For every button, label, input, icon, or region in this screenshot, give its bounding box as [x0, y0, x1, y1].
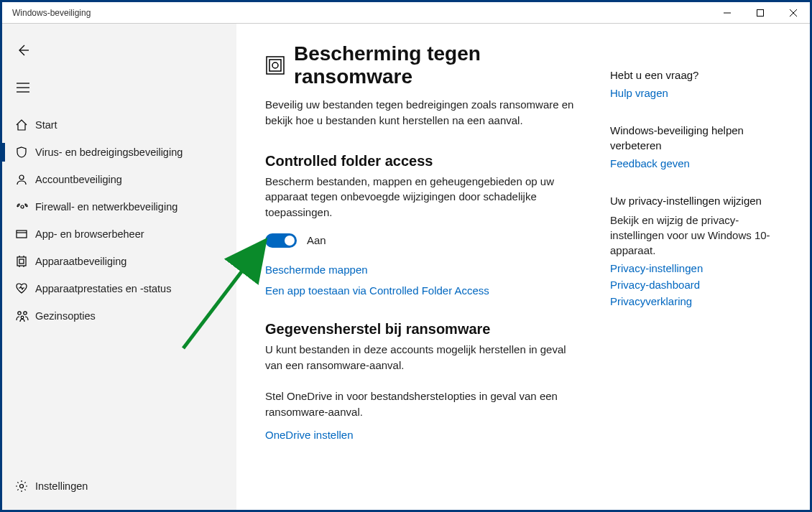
svg-rect-10 — [17, 231, 27, 238]
nav-label: Gezinsopties — [35, 310, 96, 322]
nav-item-virus[interactable]: Virus- en bedreigingsbeveiliging — [2, 139, 236, 166]
nav-item-settings[interactable]: Instellingen — [2, 473, 236, 500]
page-intro: Beveilig uw bestanden tegen bedreigingen… — [265, 97, 581, 129]
page-title: Bescherming tegen ransomware — [294, 42, 581, 88]
svg-point-19 — [24, 312, 27, 315]
link-privacy-statement[interactable]: Privacyverklaring — [610, 295, 790, 307]
recovery-heading: Gegevensherstel bij ransomware — [265, 321, 581, 338]
onedrive-hint: Stel OneDrive in voor bestandshersteIopt… — [265, 388, 581, 420]
svg-rect-13 — [19, 259, 24, 264]
nav-item-start[interactable]: Start — [2, 111, 236, 139]
account-icon — [15, 173, 35, 186]
cfa-toggle[interactable] — [265, 233, 297, 248]
back-button[interactable] — [8, 37, 38, 64]
nav-label: Virus- en bedreigingsbeveiliging — [35, 146, 183, 158]
aside: Hebt u een vraag? Hulp vragen Windows-be… — [610, 42, 790, 491]
svg-rect-1 — [757, 9, 764, 16]
shield-icon — [15, 146, 35, 159]
nav-label: Apparaatprestaties en -status — [35, 283, 171, 294]
nav-label: Apparaatbeveiliging — [35, 256, 126, 267]
nav-item-device[interactable]: Apparaatbeveiliging — [2, 248, 236, 275]
home-icon — [15, 118, 35, 131]
window-title: Windows-beveiliging — [12, 8, 91, 18]
cfa-heading: Controlled folder access — [265, 153, 581, 169]
nav-label: Start — [35, 119, 57, 131]
link-feedback[interactable]: Feedback geven — [610, 157, 790, 169]
link-allow-app[interactable]: Een app toestaan via Controlled Folder A… — [265, 284, 581, 297]
maximize-button[interactable] — [744, 2, 777, 24]
sidebar: Start Virus- en bedreigingsbeveiliging A… — [2, 24, 236, 510]
nav-item-family[interactable]: Gezinsopties — [2, 302, 236, 330]
nav-item-firewall[interactable]: Firewall- en netwerkbeveiliging — [2, 193, 236, 220]
svg-point-21 — [20, 485, 24, 488]
svg-point-18 — [18, 312, 21, 315]
svg-point-24 — [272, 62, 278, 68]
svg-rect-12 — [17, 257, 26, 266]
link-protected-folders[interactable]: Beschermde mappen — [265, 264, 581, 276]
gear-icon — [15, 480, 35, 493]
ransomware-icon — [265, 55, 285, 76]
minimize-button[interactable] — [711, 2, 744, 24]
title-bar: Windows-beveiliging — [2, 2, 810, 24]
svg-point-20 — [21, 316, 24, 319]
aside-privacy-heading: Uw privacy-instellingen wijzigen — [610, 194, 790, 208]
nav-label: Instellingen — [35, 480, 88, 492]
family-icon — [15, 309, 35, 322]
svg-point-9 — [21, 205, 24, 208]
firewall-icon — [15, 202, 35, 212]
appbrowser-icon — [15, 228, 35, 241]
link-privacy-dashboard[interactable]: Privacy-dashboard — [610, 279, 790, 291]
nav-item-account[interactable]: Accountbeveiliging — [2, 166, 236, 193]
aside-privacy-desc: Bekijk en wijzig de privacy-instellingen… — [610, 213, 790, 258]
nav-label: Firewall- en netwerkbeveiliging — [35, 201, 177, 213]
hamburger-button[interactable] — [8, 74, 38, 101]
nav-label: Accountbeveiliging — [35, 174, 122, 185]
nav-list: Start Virus- en bedreigingsbeveiliging A… — [2, 111, 236, 473]
aside-improve-heading: Windows-beveiliging helpen verbeteren — [610, 124, 790, 153]
nav-item-health[interactable]: Apparaatprestaties en -status — [2, 275, 236, 302]
aside-question-heading: Hebt u een vraag? — [610, 68, 790, 83]
cfa-toggle-label: Aan — [307, 234, 326, 246]
page-heading: Bescherming tegen ransomware — [265, 42, 581, 88]
device-icon — [15, 255, 35, 268]
svg-point-8 — [19, 175, 24, 180]
nav-item-appbrowser[interactable]: App- en browserbeheer — [2, 220, 236, 248]
cfa-desc: Bescherm bestanden, mappen en geheugenge… — [265, 174, 581, 220]
link-help[interactable]: Hulp vragen — [610, 87, 790, 99]
health-icon — [15, 282, 35, 295]
nav-label: App- en browserbeheer — [35, 228, 144, 240]
link-privacy-settings[interactable]: Privacy-instellingen — [610, 262, 790, 274]
close-button[interactable] — [777, 2, 810, 24]
main-content: Bescherming tegen ransomware Beveilig uw… — [236, 24, 810, 510]
svg-rect-23 — [269, 60, 281, 71]
recovery-desc: U kunt bestanden in deze accounts mogeli… — [265, 342, 581, 373]
link-onedrive-setup[interactable]: OneDrive instellen — [265, 429, 581, 441]
